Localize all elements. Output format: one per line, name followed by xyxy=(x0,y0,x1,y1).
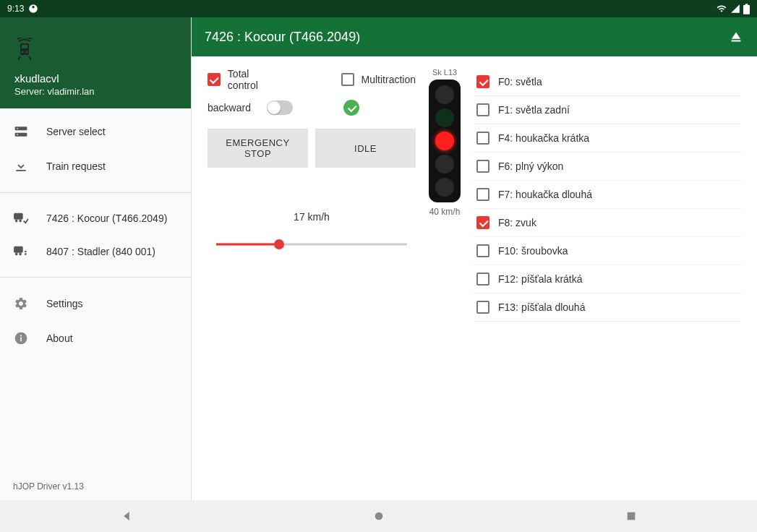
svg-rect-5 xyxy=(22,45,27,48)
function-item[interactable]: F12: píšťala krátká xyxy=(474,265,741,293)
svg-rect-21 xyxy=(20,337,22,341)
checkbox-box xyxy=(476,216,489,229)
svg-rect-15 xyxy=(14,246,23,253)
signal-lamp xyxy=(435,155,454,173)
function-item[interactable]: F13: píšťala dlouhá xyxy=(474,293,741,322)
control-panel: Total control Multitraction backward E xyxy=(208,68,416,489)
svg-rect-3 xyxy=(745,4,748,5)
divider xyxy=(0,277,191,278)
checkbox-box xyxy=(341,73,354,86)
total-control-checkbox[interactable]: Total control xyxy=(208,68,282,91)
eject-icon[interactable] xyxy=(728,29,744,45)
nav-item-label: Server select xyxy=(46,126,106,137)
switch-thumb xyxy=(268,101,281,114)
server-icon xyxy=(13,124,29,139)
svg-point-10 xyxy=(17,128,18,129)
back-button[interactable] xyxy=(105,510,148,523)
slider-fill xyxy=(216,244,279,246)
wifi-icon xyxy=(716,4,727,14)
svg-point-0 xyxy=(30,4,38,13)
app-version: hJOP Driver v1.13 xyxy=(0,473,191,500)
function-item[interactable]: F6: plný výkon xyxy=(474,153,741,181)
navigation-drawer: xkudlacvl Server: vladimir.lan Server se… xyxy=(0,17,192,500)
checkbox-box xyxy=(476,132,489,145)
function-item[interactable]: F8: zvuk xyxy=(474,209,741,237)
divider xyxy=(0,192,191,193)
function-item[interactable]: F0: světla xyxy=(474,68,741,96)
android-nav-bar xyxy=(0,500,757,532)
slider-thumb xyxy=(274,239,284,249)
svg-point-14 xyxy=(19,220,22,223)
function-label: F0: světla xyxy=(498,76,542,87)
nav-train-1[interactable]: 8407 : Stadler (840 001) xyxy=(0,235,191,268)
checkbox-box xyxy=(476,103,489,116)
speed-slider[interactable] xyxy=(216,236,407,253)
svg-point-18 xyxy=(25,251,27,253)
idle-button[interactable]: IDLE xyxy=(315,129,416,168)
nav-item-label: Train request xyxy=(46,160,106,172)
backward-label: backward xyxy=(208,102,258,113)
download-icon xyxy=(13,159,29,173)
svg-point-13 xyxy=(15,220,18,223)
nav-settings[interactable]: Settings xyxy=(0,286,191,321)
app-logo xyxy=(14,38,176,61)
nav-server-select[interactable]: Server select xyxy=(0,114,191,149)
svg-rect-9 xyxy=(15,133,27,137)
speed-readout: 17 km/h xyxy=(208,211,416,223)
signal-lamp xyxy=(435,85,454,104)
info-icon xyxy=(13,331,29,346)
direction-ok-icon xyxy=(343,100,359,116)
function-list: F0: světlaF1: světla zadníF4: houkačka k… xyxy=(474,68,741,489)
checkbox-box xyxy=(476,301,489,314)
svg-point-1 xyxy=(33,6,35,8)
main-panel: 7426 : Kocour (T466.2049) Total control … xyxy=(192,17,757,500)
checkbox-box xyxy=(476,273,489,286)
signal-label: Sk L13 xyxy=(432,68,457,77)
signal-lights xyxy=(429,80,461,202)
multitraction-checkbox[interactable]: Multitraction xyxy=(341,73,416,86)
svg-point-6 xyxy=(22,51,24,53)
checkbox-label: Total control xyxy=(228,68,282,91)
emergency-stop-button[interactable]: EMERGENCY STOP xyxy=(208,129,308,168)
drawer-header: xkudlacvl Server: vladimir.lan xyxy=(0,17,191,108)
server-label: Server: vladimir.lan xyxy=(14,86,176,97)
android-status-bar: 9:13 xyxy=(0,0,757,17)
function-label: F7: houkačka dlouhá xyxy=(498,189,592,200)
notification-icon xyxy=(28,4,38,14)
svg-rect-12 xyxy=(14,213,23,220)
svg-point-17 xyxy=(19,253,22,256)
checkbox-box xyxy=(476,244,489,257)
svg-rect-8 xyxy=(15,126,27,130)
function-item[interactable]: F1: světla zadní xyxy=(474,96,741,124)
gear-icon xyxy=(13,296,29,311)
function-item[interactable]: F7: houkačka dlouhá xyxy=(474,181,741,209)
train-icon xyxy=(13,245,29,258)
svg-point-19 xyxy=(25,253,27,255)
home-button[interactable] xyxy=(357,510,401,522)
signal-icon xyxy=(730,4,740,14)
function-label: F12: píšťala krátká xyxy=(498,273,583,285)
function-label: F13: píšťala dlouhá xyxy=(498,301,585,313)
backward-switch[interactable] xyxy=(267,100,293,115)
nav-about[interactable]: About xyxy=(0,321,191,356)
recent-apps-button[interactable] xyxy=(610,510,653,522)
signal-lamp xyxy=(435,132,454,150)
checkbox-box xyxy=(476,188,489,201)
svg-point-11 xyxy=(17,134,18,135)
nav-item-label: About xyxy=(46,332,73,344)
function-item[interactable]: F10: šroubovka xyxy=(474,237,741,265)
train-active-icon xyxy=(13,212,29,225)
signal-lamp xyxy=(435,108,454,127)
svg-point-22 xyxy=(20,335,22,336)
nav-item-label: 8407 : Stadler (840 001) xyxy=(46,246,155,257)
nav-train-0[interactable]: 7426 : Kocour (T466.2049) xyxy=(0,202,191,235)
battery-icon xyxy=(743,4,750,14)
function-item[interactable]: F4: houkačka krátka xyxy=(474,124,741,153)
function-label: F4: houkačka krátka xyxy=(498,132,589,144)
function-label: F8: zvuk xyxy=(498,217,536,228)
app-bar: 7426 : Kocour (T466.2049) xyxy=(192,17,757,56)
signal-lamp xyxy=(435,178,454,197)
page-title: 7426 : Kocour (T466.2049) xyxy=(205,30,728,45)
nav-item-label: Settings xyxy=(46,298,83,309)
nav-train-request[interactable]: Train request xyxy=(0,149,191,184)
